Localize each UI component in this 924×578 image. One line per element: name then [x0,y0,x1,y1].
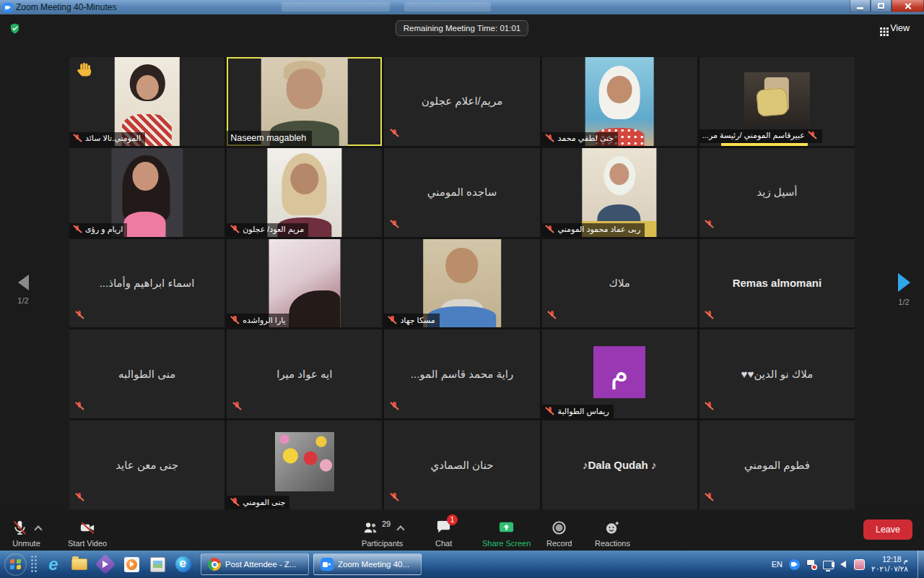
participant-tile[interactable]: يارا الرواشده [227,239,382,328]
taskbar-icon-photo-viewer[interactable] [145,553,170,575]
participant-name: مريم العود/ عجلون [243,225,304,234]
record-icon [551,519,567,536]
audio-options-caret[interactable] [34,525,42,533]
participant-name: جنى المومني [243,498,285,507]
taskbar-icon-file-explorer[interactable] [67,553,92,575]
tray-app-icon[interactable] [854,559,865,570]
participant-tile[interactable]: جنى معن عايد [69,420,225,509]
task-chrome-window[interactable]: Post Attendee - Z... [201,553,309,575]
participant-tile[interactable]: جنى المومني [227,420,382,509]
participant-name: ...عبيرقاسم المومني /رئيسة مر [702,131,805,140]
participant-tile[interactable]: المومني.تالا سائد [69,57,225,146]
nameplate: مسكا جهاد [384,314,439,327]
page-indicator: 1/2 [9,296,38,305]
participant-tile[interactable]: مريم/اعلام عجلون [384,57,539,146]
muted-mic-icon [12,519,28,536]
record-button[interactable]: Record [546,518,572,548]
nameplate: اريام و رؤى [69,223,127,237]
participant-tile[interactable]: جنى لطفي محمد [542,57,697,146]
taskbar-icon-media-player[interactable] [119,553,144,575]
muted-mic-icon [705,310,715,323]
media-player-icon [124,557,139,572]
participant-tile[interactable]: Remas almomani [699,239,855,328]
security-shield-icon[interactable] [9,22,21,35]
meeting-toolbar: Unmute Start Video 29 Participants [0,509,924,551]
background-window-ghost [404,2,491,12]
language-indicator[interactable]: EN [772,560,783,569]
zoom-tray-icon[interactable] [789,559,800,570]
participant-tile[interactable]: اريام و رؤى [69,148,225,237]
participant-name: جنى معن عايد [69,420,225,509]
photo-viewer-icon [150,557,165,572]
muted-mic-icon [389,129,399,142]
silhouette-part [124,212,165,236]
action-center-flag-icon[interactable] [806,559,816,569]
taskbar-icon-edge[interactable] [171,553,196,575]
chat-button[interactable]: 1 Chat [435,518,452,548]
participant-tile[interactable]: أسيل زيد [699,148,855,237]
meeting-top-bar: Remaining Meeting Time: 01:01 View [0,14,924,42]
participant-tile[interactable]: م ريماس الطوالبة [542,329,697,418]
participants-options-caret[interactable] [397,525,405,533]
muted-mic-icon [72,225,82,235]
participant-tile[interactable]: منى الطوالبه [69,329,225,418]
participant-tile[interactable]: مسكا جهاد [384,239,539,328]
close-button[interactable] [892,0,924,12]
volume-icon[interactable] [840,561,846,568]
minimize-button[interactable] [850,0,871,12]
muted-mic-icon [74,401,84,414]
page-indicator: 1/2 [888,298,920,306]
participant-tile-active-speaker[interactable]: Naseem magableh [227,57,382,146]
start-button[interactable] [4,553,27,576]
taskbar-clock[interactable]: 12:18 م ٢٠٢١/٠٧/٢٨ [871,555,908,574]
next-page-button[interactable]: 1/2 [888,273,920,306]
participant-tile[interactable]: ♪Dala Qudah ♪ [542,420,697,509]
participant-tile[interactable]: ربى عماد محمود المومني [542,148,697,237]
edge-icon [175,556,191,572]
start-video-button[interactable]: Start Video [68,518,107,548]
participant-name: مريم/اعلام عجلون [384,57,539,146]
taskbar-icon-internet-explorer[interactable]: e [41,553,66,575]
muted-mic-icon [545,406,555,416]
participant-tile[interactable]: ♥♥ملاك نو الدين [699,329,855,418]
participants-button[interactable]: 29 Participants [361,518,404,548]
muted-mic-icon [389,220,399,233]
previous-page-arrow-icon [18,275,29,290]
muted-mic-icon [545,225,555,235]
participant-tile[interactable]: ...اسماء ابراهيم وأماذ [69,239,225,328]
unmute-button[interactable]: Unmute [12,518,41,548]
clock-date: ٢٠٢١/٠٧/٢٨ [871,564,908,574]
silhouette-part [757,88,789,117]
task-zoom-window[interactable]: Zoom Meeting 40... [313,553,422,575]
taskbar-grip [30,555,38,574]
view-button[interactable]: View [876,21,914,35]
muted-mic-icon [545,134,555,144]
maximize-button[interactable] [871,0,892,12]
muted-mic-icon [387,315,397,325]
nameplate: يارا الرواشده [227,314,289,327]
nameplate: جنى لطفي محمد [542,132,619,146]
muted-mic-icon [230,315,240,325]
avatar: م [593,346,645,398]
video-off-icon [78,519,97,536]
taskbar-icon-kmplayer[interactable] [93,553,118,575]
participant-tile[interactable]: ...راية محمد قاسم المو [384,329,539,418]
participant-tile[interactable]: حنان الصمادي [384,420,539,509]
windows-taskbar: e Post Attendee - Z... Zoom Meeting 40..… [0,551,924,578]
previous-page-button[interactable]: 1/2 [9,275,38,305]
chrome-icon [208,558,221,571]
share-screen-button[interactable]: Share Screen [482,518,531,548]
participant-tile[interactable]: فطوم المومني [699,420,855,509]
reactions-button[interactable]: Reactions [595,518,630,548]
muted-mic-icon [808,131,818,141]
participant-tile[interactable]: ...عبيرقاسم المومني /رئيسة مر [699,57,855,146]
participant-tile[interactable]: ساجده المومني [384,148,539,237]
participant-tile[interactable]: مريم العود/ عجلون [227,148,382,237]
remaining-time-pill: Remaining Meeting Time: 01:01 [396,20,528,36]
participant-tile[interactable]: ايه عواد ميرا [227,329,382,418]
nameplate: ريماس الطوالبة [542,405,614,418]
show-desktop-button[interactable] [918,551,924,578]
participant-tile[interactable]: ملاك [542,239,697,328]
leave-button[interactable]: Leave [863,519,912,540]
silhouette-part [610,163,629,186]
